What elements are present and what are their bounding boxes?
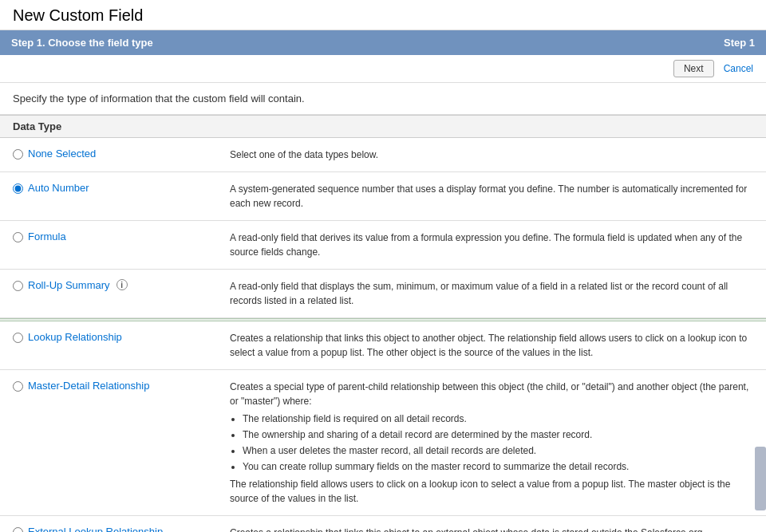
field-link-lookup[interactable]: Lookup Relationship xyxy=(28,331,122,343)
list-item: The ownership and sharing of a detail re… xyxy=(243,428,753,442)
step-header: Step 1. Choose the field type Step 1 xyxy=(0,30,766,55)
field-desc-external-lookup: Creates a relationship that links this o… xyxy=(223,522,766,532)
next-button[interactable]: Next xyxy=(673,60,714,77)
field-label-lookup: Lookup Relationship xyxy=(0,328,223,346)
description-text: Specify the type of information that the… xyxy=(0,83,766,115)
radio-rollup[interactable] xyxy=(13,281,23,291)
field-desc-master-detail: Creates a special type of parent-child r… xyxy=(223,376,766,509)
field-desc-auto-number: A system-generated sequence number that … xyxy=(223,179,766,214)
radio-external-lookup[interactable] xyxy=(13,527,23,532)
field-link-master-detail[interactable]: Master-Detail Relationship xyxy=(28,380,149,392)
table-row: Formula A read-only field that derives i… xyxy=(0,221,766,270)
table-row: External Lookup Relationship Creates a r… xyxy=(0,516,766,532)
action-bar: Next Cancel xyxy=(0,55,766,83)
field-desc-none-selected: Select one of the data types below. xyxy=(223,144,766,165)
info-icon-rollup[interactable]: i xyxy=(116,279,128,290)
field-label-master-detail: Master-Detail Relationship xyxy=(0,376,223,395)
field-link-formula[interactable]: Formula xyxy=(28,231,66,242)
field-label-auto-number: Auto Number xyxy=(0,179,223,197)
field-link-external-lookup[interactable]: External Lookup Relationship xyxy=(28,526,163,532)
field-label-formula: Formula xyxy=(0,227,223,246)
field-desc-lookup: Creates a relationship that links this o… xyxy=(223,328,766,363)
page-title: New Custom Field xyxy=(0,0,766,30)
step-header-title: Step 1. Choose the field type xyxy=(11,37,153,49)
data-type-header: Data Type xyxy=(0,115,766,138)
field-label-rollup: Roll-Up Summary i xyxy=(0,276,223,294)
list-item: You can create rollup summary fields on … xyxy=(243,459,753,474)
table-row: Master-Detail Relationship Creates a spe… xyxy=(0,370,766,516)
radio-none-selected[interactable] xyxy=(13,149,23,160)
field-desc-formula: A read-only field that derives its value… xyxy=(223,227,766,262)
list-item: When a user deletes the master record, a… xyxy=(243,443,753,458)
table-row: Roll-Up Summary i A read-only field that… xyxy=(0,270,766,318)
field-link-auto-number[interactable]: Auto Number xyxy=(28,182,89,194)
field-label-none-selected: None Selected xyxy=(0,144,223,163)
radio-lookup[interactable] xyxy=(13,333,23,343)
table-row: Lookup Relationship Creates a relationsh… xyxy=(0,321,766,370)
field-link-rollup[interactable]: Roll-Up Summary xyxy=(28,279,110,291)
list-item: The relationship field is required on al… xyxy=(243,412,753,426)
table-row: None Selected Select one of the data typ… xyxy=(0,138,766,172)
radio-formula[interactable] xyxy=(13,232,23,242)
field-desc-rollup: A read-only field that displays the sum,… xyxy=(223,276,766,311)
main-content: Data Type None Selected Select one of th… xyxy=(0,115,766,532)
field-label-external-lookup: External Lookup Relationship xyxy=(0,522,223,532)
radio-master-detail[interactable] xyxy=(13,381,23,392)
radio-auto-number[interactable] xyxy=(13,183,23,194)
step-number: Step 1 xyxy=(724,37,755,49)
scrollbar[interactable] xyxy=(755,447,766,510)
field-link-none-selected[interactable]: None Selected xyxy=(28,148,96,160)
cancel-button[interactable]: Cancel xyxy=(721,61,756,77)
table-row: Auto Number A system-generated sequence … xyxy=(0,172,766,221)
